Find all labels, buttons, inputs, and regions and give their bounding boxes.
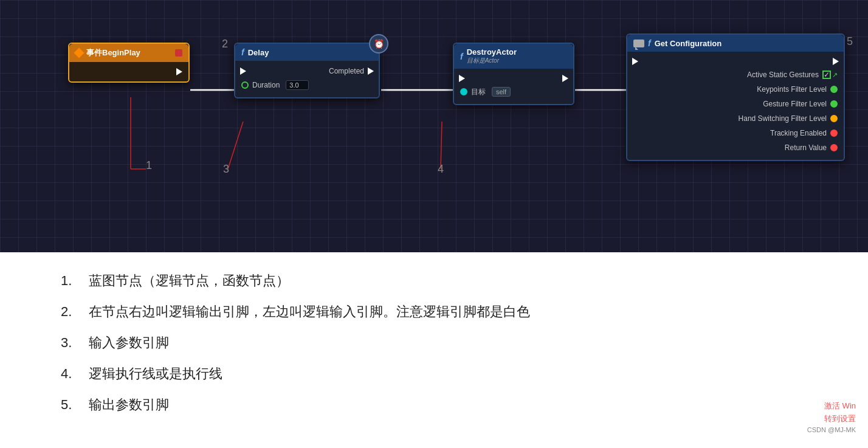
delay-node: ⏰ f Delay Completed Duration	[234, 43, 380, 98]
destroy-exec-in[interactable]	[459, 75, 465, 82]
watermark-line1: 激活 Win	[807, 400, 856, 413]
destroy-node: f DestroyActor 目标是Actor 目标 self	[453, 43, 574, 105]
watermark-line3: CSDN @MJ-MK	[807, 425, 856, 436]
annotation-item-3: 输入参数引脚	[61, 333, 807, 353]
target-pin[interactable]	[460, 88, 467, 95]
chat-icon	[633, 40, 644, 47]
pin-hand-switching: Hand Switching Filter Level	[627, 111, 844, 126]
watermark-line2: 转到设置	[807, 413, 856, 426]
target-row: 目标 self	[454, 84, 573, 99]
annotation-text-5: 输出参数引脚	[89, 395, 169, 415]
hand-switching-pin[interactable]	[830, 115, 838, 122]
annotation-item-1: 蓝图节点（逻辑节点，函数节点）	[61, 271, 807, 291]
blueprint-canvas: 2 3 1 4 5 事件BeginPlay ⏰ f Delay Complete…	[0, 0, 868, 252]
annotation-text-2: 在节点右边叫逻辑输出引脚，左边叫逻辑输入引脚。注意逻辑引脚都是白色	[89, 302, 530, 322]
return-label: Return Value	[785, 143, 827, 152]
delay-title: Delay	[248, 48, 269, 57]
getconfig-title: Get Configuration	[655, 39, 722, 48]
getconfig-node: f Get Configuration Active Static Gestur…	[626, 33, 845, 161]
destroy-header: f DestroyActor 目标是Actor	[454, 44, 573, 69]
getconfig-exec-out[interactable]	[833, 58, 839, 65]
canvas-label-4: 4	[438, 163, 444, 176]
completed-label: Completed	[329, 67, 364, 75]
watermark: 激活 Win 转到设置 CSDN @MJ-MK	[807, 400, 856, 436]
annotation-item-5: 输出参数引脚	[61, 395, 807, 415]
annotation-item-2: 在节点右边叫逻辑输出引脚，左边叫逻辑输入引脚。注意逻辑引脚都是白色	[61, 302, 807, 322]
getconfig-header: f Get Configuration	[627, 35, 844, 52]
annotations-list: 蓝图节点（逻辑节点，函数节点） 在节点右边叫逻辑输出引脚，左边叫逻辑输入引脚。注…	[61, 271, 807, 415]
f-icon-getconfig: f	[648, 38, 651, 48]
stop-icon	[175, 49, 182, 57]
duration-label: Duration	[252, 81, 280, 89]
target-label: 目标	[471, 87, 486, 97]
arrow-icon: ↗	[832, 71, 838, 79]
canvas-label-1: 1	[146, 159, 152, 172]
pin-active-static: Active Static Gestures ✓ ↗	[627, 67, 844, 82]
canvas-label-3: 3	[223, 163, 229, 176]
annotation-text-1: 蓝图节点（逻辑节点，函数节点）	[89, 271, 289, 291]
f-icon: f	[241, 47, 244, 57]
checkbox-pin[interactable]: ✓	[822, 71, 831, 79]
pin-gesture: Gesture Filter Level	[627, 97, 844, 111]
gesture-pin[interactable]	[830, 100, 838, 108]
canvas-label-2: 2	[222, 38, 228, 50]
text-content: 蓝图节点（逻辑节点，函数节点） 在节点右边叫逻辑输出引脚，左边叫逻辑输入引脚。注…	[0, 252, 868, 444]
annotation-item-4: 逻辑执行线或是执行线	[61, 364, 807, 384]
destroy-exec-out[interactable]	[562, 75, 568, 82]
duration-pin[interactable]	[241, 81, 249, 89]
destroy-title: DestroyActor	[467, 47, 517, 57]
annotation-text-3: 输入参数引脚	[89, 333, 169, 353]
annotation-text-4: 逻辑执行线或是执行线	[89, 364, 222, 384]
delay-header: f Delay	[235, 44, 379, 61]
completed-pin[interactable]	[368, 67, 374, 75]
beginplay-header: 事件BeginPlay	[69, 44, 188, 62]
canvas-label-5: 5	[847, 35, 853, 48]
return-pin[interactable]	[830, 144, 838, 151]
pin-tracking: Tracking Enabled	[627, 126, 844, 140]
svg-line-5	[228, 122, 243, 169]
f-icon-destroy: f	[460, 52, 463, 61]
getconfig-exec-in[interactable]	[632, 58, 638, 65]
destroy-body: 目标 self	[454, 69, 573, 104]
clock-icon: ⏰	[369, 34, 388, 53]
exec-out-pin[interactable]	[176, 68, 182, 75]
pin-keypoints: Keypoints Filter Level	[627, 82, 844, 97]
beginplay-title: 事件BeginPlay	[86, 47, 140, 58]
delay-body: Completed Duration	[235, 61, 379, 97]
keypoints-pin[interactable]	[830, 86, 838, 93]
beginplay-node: 事件BeginPlay	[68, 43, 190, 83]
exec-in-pin[interactable]	[240, 67, 246, 75]
hand-switching-label: Hand Switching Filter Level	[739, 114, 827, 123]
keypoints-label: Keypoints Filter Level	[757, 85, 827, 94]
active-static-label: Active Static Gestures	[747, 71, 819, 79]
tracking-pin[interactable]	[830, 129, 838, 137]
gesture-label: Gesture Filter Level	[763, 100, 827, 108]
duration-row: Duration	[235, 78, 379, 92]
destroy-subtitle: 目标是Actor	[467, 57, 517, 65]
pin-return: Return Value	[627, 140, 844, 155]
getconfig-body: Active Static Gestures ✓ ↗ Keypoints Fil…	[627, 52, 844, 160]
duration-input[interactable]	[286, 80, 309, 90]
tracking-label: Tracking Enabled	[770, 129, 827, 137]
self-badge: self	[492, 87, 511, 97]
svg-line-6	[441, 122, 442, 169]
diamond-icon	[74, 48, 84, 58]
